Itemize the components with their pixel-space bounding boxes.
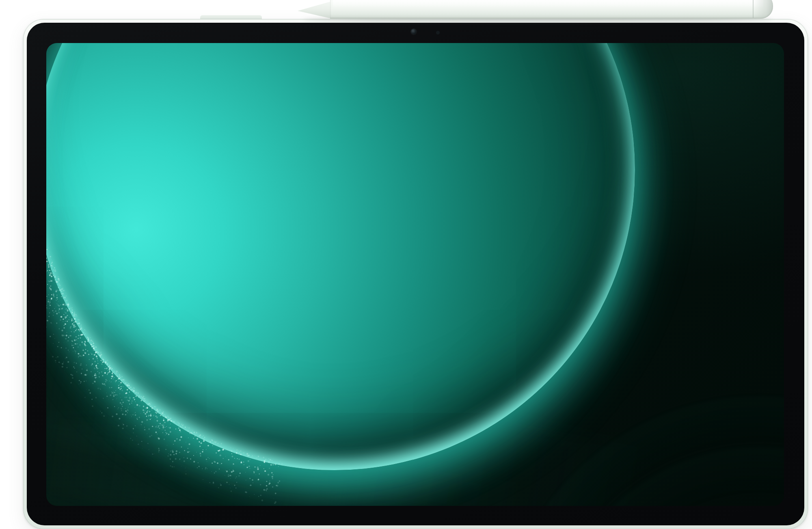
stylus-cap [754, 0, 773, 19]
tablet-device [23, 19, 808, 529]
stylus-tip [298, 1, 332, 19]
stylus-highlight [333, 0, 763, 8]
front-camera-lens [411, 29, 417, 35]
light-sensor-icon [436, 31, 440, 35]
stylus-cap-seam [753, 0, 754, 18]
wallpaper-particles [46, 43, 784, 506]
product-photo [0, 0, 812, 529]
tablet-bezel [27, 23, 804, 525]
tablet-screen [46, 43, 784, 506]
